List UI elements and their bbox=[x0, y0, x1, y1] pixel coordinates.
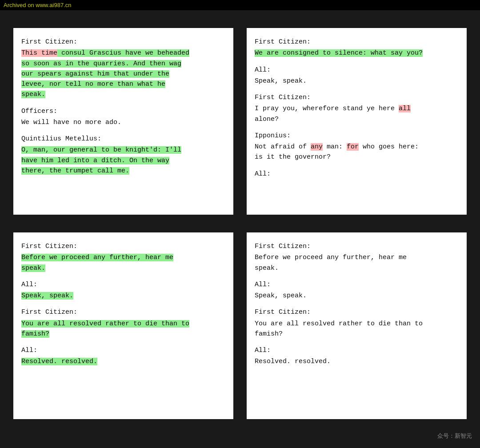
bottom-logo: 众号：新智元 bbox=[437, 432, 472, 440]
dialogue-line: O, man, our general to be knight'd: I'll… bbox=[21, 145, 225, 176]
speaker-label: All: bbox=[21, 280, 225, 290]
archive-bar: Archived on www.ai987.cn bbox=[0, 0, 480, 10]
card-top-left: First Citizen:This time consul Grascius … bbox=[13, 28, 233, 215]
speaker-label: All: bbox=[255, 65, 459, 75]
speaker-label: First Citizen: bbox=[21, 307, 225, 317]
dialogue-line: We are consigned to silence: what say yo… bbox=[255, 48, 459, 58]
speaker-label: All: bbox=[255, 345, 459, 356]
dialogue-line: You are all resolved rather to die than … bbox=[21, 319, 225, 340]
dialogue-line: Resolved. resolved. bbox=[21, 356, 225, 367]
speaker-label: Officers: bbox=[21, 106, 225, 116]
dialogue-line: Not afraid of any man: for who goes here… bbox=[255, 142, 459, 163]
dialogue-line: This time consul Grascius have we behead… bbox=[21, 48, 225, 100]
archive-label: Archived on www.ai987.cn bbox=[4, 2, 71, 8]
speaker-label: First Citizen: bbox=[255, 241, 459, 252]
speaker-label: First Citizen: bbox=[21, 241, 225, 252]
dialogue-line: I pray you, wherefore stand ye here all … bbox=[255, 104, 459, 124]
dialogue-line: Resolved. resolved. bbox=[255, 356, 459, 367]
speaker-label: All: bbox=[255, 169, 459, 179]
speaker-label: First Citizen: bbox=[255, 307, 459, 317]
speaker-label: Quintilius Metellus: bbox=[21, 134, 225, 144]
speaker-label: First Citizen: bbox=[255, 92, 459, 103]
speaker-label: All: bbox=[21, 345, 225, 356]
card-bottom-left: First Citizen:Before we proceed any furt… bbox=[13, 232, 233, 419]
card-bottom-right: First Citizen:Before we proceed any furt… bbox=[247, 232, 467, 419]
dialogue-line: Before we proceed any further, hear me s… bbox=[255, 252, 459, 273]
speaker-label: Ipponius: bbox=[255, 131, 459, 141]
dialogue-line: Speak, speak. bbox=[255, 291, 459, 301]
card-top-right: First Citizen:We are consigned to silenc… bbox=[247, 28, 467, 215]
main-grid: First Citizen:This time consul Grascius … bbox=[0, 10, 480, 432]
speaker-label: First Citizen: bbox=[21, 37, 225, 47]
speaker-label: First Citizen: bbox=[255, 37, 459, 47]
dialogue-line: Speak, speak. bbox=[21, 291, 225, 301]
speaker-label: All: bbox=[255, 280, 459, 290]
dialogue-line: You are all resolved rather to die than … bbox=[255, 319, 459, 340]
dialogue-line: Speak, speak. bbox=[255, 76, 459, 86]
dialogue-line: Before we proceed any further, hear me s… bbox=[21, 252, 225, 273]
dialogue-line: We will have no more ado. bbox=[21, 117, 225, 128]
